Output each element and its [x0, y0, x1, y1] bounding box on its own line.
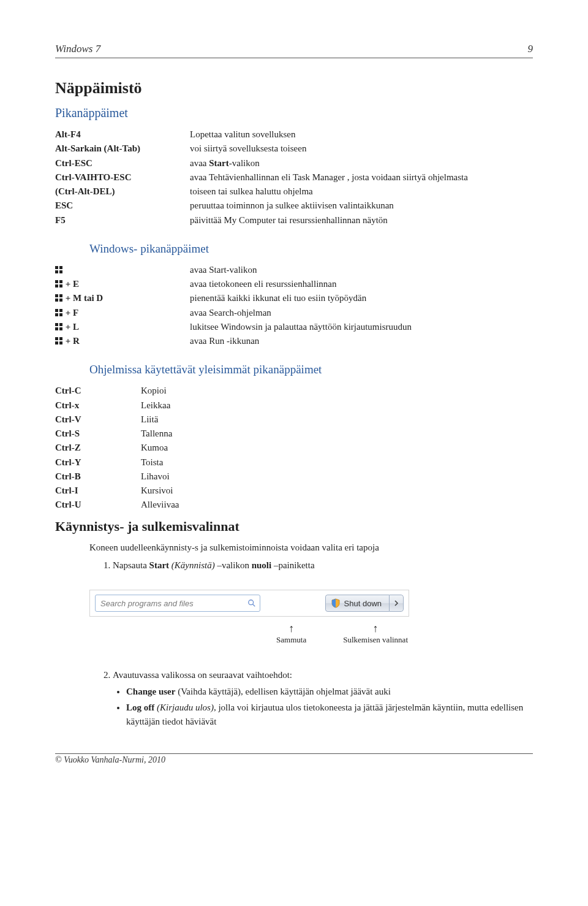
shortcut-desc: avaa Start-valikon — [190, 156, 533, 170]
annotation-label: Sulkemisen valinnat — [343, 635, 408, 645]
chevron-right-icon — [394, 599, 399, 608]
shortcut-desc: Kumoa — [141, 441, 533, 455]
shortcut-row: avaa Start-valikon — [55, 263, 533, 277]
shortcut-desc: pienentää kaikki ikkunat eli tuo esiin t… — [190, 291, 533, 305]
shutdown-options-button[interactable] — [389, 595, 404, 612]
shortcut-row: (Ctrl-Alt-DEL)toiseen tai sulkea haluttu… — [55, 185, 533, 199]
shortcut-key: Ctrl-V — [55, 413, 141, 427]
shortcut-key: Ctrl-x — [55, 398, 141, 413]
shortcut-row: Ctrl-VLiitä — [55, 413, 533, 427]
windows-logo-icon — [55, 266, 63, 274]
startup-shutdown-body: Koneen uudelleenkäynnisty-s ja sulkemist… — [89, 541, 533, 573]
page-header: Windows 7 9 — [55, 43, 533, 55]
shutdown-label: Shut down — [344, 599, 382, 608]
page: Windows 7 9 Näppäimistö Pikanäppäimet Al… — [0, 0, 588, 906]
shortcut-desc: Alleviivaa — [141, 498, 533, 512]
shortcut-desc: Toista — [141, 455, 533, 470]
shortcut-key: F5 — [55, 213, 190, 227]
shortcut-row: Alt-Sarkain (Alt-Tab)voi siirtyä sovellu… — [55, 142, 533, 156]
shortcut-key — [55, 263, 190, 277]
shortcut-desc: avaa Start-valikon — [190, 263, 533, 277]
shortcut-row: Ctrl-STallenna — [55, 427, 533, 441]
step-item: Napsauta Start (Käynnistä) –valikon nuol… — [113, 558, 533, 573]
shortcut-row: + E avaa tietokoneen eli resurssienhalli… — [55, 277, 533, 291]
common-shortcuts-table: Ctrl-CKopioi Ctrl-xLeikkaa Ctrl-VLiitä C… — [55, 384, 533, 512]
search-icon — [247, 599, 256, 607]
windows-logo-icon — [55, 294, 63, 302]
shortcut-row: Ctrl-xLeikkaa — [55, 398, 533, 413]
shortcut-row: Ctrl-IKursivoi — [55, 484, 533, 498]
shortcut-key: Ctrl-C — [55, 384, 141, 398]
shortcut-row: Ctrl-CKopioi — [55, 384, 533, 398]
options-list: Change user (Vaihda käyttäjä), edellisen… — [113, 685, 533, 729]
shortcut-desc: peruuttaa toiminnon ja sulkee aktiivisen… — [190, 199, 533, 213]
option-item: Change user (Vaihda käyttäjä), edellisen… — [126, 685, 533, 699]
shortcut-desc: avaa Run -ikkunan — [190, 334, 533, 348]
shortcuts-table: Alt-F4Lopettaa valitun sovelluksen Alt-S… — [55, 128, 533, 227]
shortcut-key: + M tai D — [55, 291, 190, 305]
shortcut-row: + L lukitsee Windowsin ja palauttaa näyt… — [55, 320, 533, 334]
subsection-common-shortcuts-title: Ohjelmissa käytettävät yleisimmät pikanä… — [89, 363, 533, 376]
shortcut-row: Ctrl-BLihavoi — [55, 470, 533, 484]
shortcut-desc: Kursivoi — [141, 484, 533, 498]
header-rule — [55, 58, 533, 58]
svg-line-1 — [253, 604, 255, 607]
svg-point-0 — [249, 600, 254, 605]
header-page-number: 9 — [528, 43, 533, 55]
shortcut-key: Alt-Sarkain (Alt-Tab) — [55, 142, 190, 156]
shortcut-key: Alt-F4 — [55, 128, 190, 142]
shortcut-key: ESC — [55, 199, 190, 213]
section-keyboard-title: Näppäimistö — [55, 79, 533, 97]
arrow-up-icon: ↑ — [373, 623, 379, 634]
start-menu-screenshot: Search programs and files Shut down — [89, 590, 409, 617]
steps-continued: Avautuvassa valikossa on seuraavat vaiht… — [89, 668, 533, 729]
annotation-shutdown: ↑ Sammuta — [276, 623, 306, 645]
arrow-up-icon: ↑ — [288, 623, 294, 634]
shortcut-row: + F avaa Search-ohjelman — [55, 306, 533, 320]
option-item: Log off (Kirjaudu ulos), jolla voi kirja… — [126, 701, 533, 729]
step2-intro: Avautuvassa valikossa on seuraavat vaiht… — [113, 670, 292, 680]
shortcut-desc: voi siirtyä sovelluksesta toiseen — [190, 142, 533, 156]
shortcut-row: Ctrl-ESCavaa Start-valikon — [55, 156, 533, 170]
shortcut-key: Ctrl-U — [55, 498, 141, 512]
steps-list: Napsauta Start (Käynnistä) –valikon nuol… — [102, 558, 533, 573]
windows-logo-icon — [55, 280, 63, 288]
shortcut-desc: avaa Search-ohjelman — [190, 306, 533, 320]
shortcut-key: + L — [55, 320, 190, 334]
shortcut-row: Alt-F4Lopettaa valitun sovelluksen — [55, 128, 533, 142]
shortcut-desc: Lihavoi — [141, 470, 533, 484]
shortcut-key: Ctrl-Z — [55, 441, 141, 455]
shortcut-key: Ctrl-I — [55, 484, 141, 498]
windows-logo-icon — [55, 337, 63, 345]
footer-text: © Vuokko Vanhala-Nurmi, 2010 — [55, 755, 533, 765]
shortcut-desc: lukitsee Windowsin ja palauttaa näyttöön… — [190, 320, 533, 334]
shortcut-key: (Ctrl-Alt-DEL) — [55, 185, 190, 199]
shortcut-desc: Liitä — [141, 413, 533, 427]
shortcut-key: Ctrl-ESC — [55, 156, 190, 170]
shortcut-desc: toiseen tai sulkea haluttu ohjelma — [190, 185, 533, 199]
shortcut-desc: Leikkaa — [141, 398, 533, 413]
shortcut-row: + R avaa Run -ikkunan — [55, 334, 533, 348]
shortcut-desc: avaa Tehtävienhallinnan eli Task Manager… — [190, 170, 533, 185]
intro-text: Koneen uudelleenkäynnisty-s ja sulkemist… — [89, 541, 533, 555]
search-placeholder: Search programs and files — [100, 599, 194, 608]
steps-list-2: Avautuvassa valikossa on seuraavat vaiht… — [102, 668, 533, 729]
shortcut-row: Ctrl-YToista — [55, 455, 533, 470]
shortcut-desc: avaa tietokoneen eli resurssienhallinnan — [190, 277, 533, 291]
shortcut-desc: päivittää My Computer tai resurssienhall… — [190, 213, 533, 227]
shortcut-desc: Lopettaa valitun sovelluksen — [190, 128, 533, 142]
windows-shortcuts-table: avaa Start-valikon + E avaa tietokoneen … — [55, 263, 533, 349]
shutdown-button-group: Shut down — [325, 595, 404, 612]
shortcut-row: Ctrl-ZKumoa — [55, 441, 533, 455]
footer-rule — [55, 753, 533, 754]
annotation-options: ↑ Sulkemisen valinnat — [343, 623, 408, 645]
section-startup-shutdown-title: Käynnistys- ja sulkemisvalinnat — [55, 519, 533, 535]
shortcut-row: Ctrl-UAlleviivaa — [55, 498, 533, 512]
search-input[interactable]: Search programs and files — [95, 595, 260, 612]
annotation-arrows: ↑ Sammuta ↑ Sulkemisen valinnat — [89, 623, 413, 645]
shortcut-desc: Tallenna — [141, 427, 533, 441]
shortcut-desc: Kopioi — [141, 384, 533, 398]
shortcut-key: Ctrl-B — [55, 470, 141, 484]
shortcut-key: + R — [55, 334, 190, 348]
shutdown-button[interactable]: Shut down — [325, 595, 389, 612]
